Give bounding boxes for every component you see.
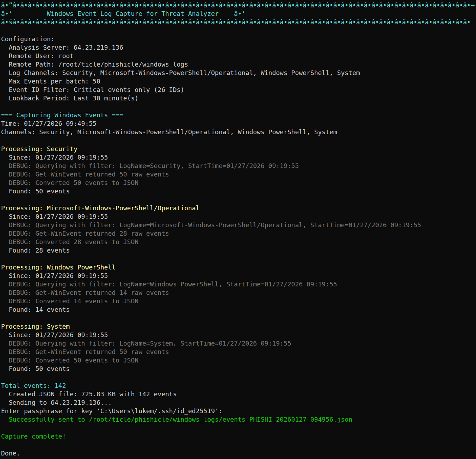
blank-line [1,314,476,322]
processing-windows-powershell-found: Found: 14 events [1,305,476,314]
banner-title: â•‘ Windows Event Log Capture for Threat… [1,10,476,18]
processing-security-found: Found: 50 events [1,187,476,196]
blank-line [1,103,476,111]
processing-system-since: Since: 01/27/2026 09:19:55 [1,331,476,339]
processing-security-since: Since: 01/27/2026 09:19:55 [1,153,476,162]
config-max-events: Max Events per batch: 50 [1,77,476,86]
processing-powershell-operational-debug-converted: DEBUG: Converted 28 events to JSON [1,238,476,246]
terminal-screen[interactable]: â•”â•â•â•â•â•â•â•â•â•â•â•â•â•â•â•â•â•â•â… [0,0,476,459]
processing-windows-powershell-debug-query: DEBUG: Querying with filter: LogName=Win… [1,280,476,289]
blank-line [1,373,476,382]
done-line: Done. [1,449,476,458]
processing-windows-powershell-since: Since: 01/27/2026 09:19:55 [1,272,476,280]
capture-section-header: === Capturing Windows Events === [1,111,476,119]
processing-windows-powershell-debug-converted: DEBUG: Converted 14 events to JSON [1,297,476,305]
created-json-file: Created JSON file: 725.83 KB with 142 ev… [1,390,476,398]
blank-line [1,441,476,449]
processing-security-debug-converted: DEBUG: Converted 50 events to JSON [1,179,476,187]
banner-border-top: â•”â•â•â•â•â•â•â•â•â•â•â•â•â•â•â•â•â•â•â… [1,1,476,10]
processing-powershell-operational-found: Found: 28 events [1,246,476,255]
blank-line [1,424,476,432]
capture-channels: Channels: Security, Microsoft-Windows-Po… [1,128,476,136]
processing-powershell-operational-header: Processing: Microsoft-Windows-PowerShell… [1,204,476,212]
processing-powershell-operational-debug-query: DEBUG: Querying with filter: LogName=Mic… [1,221,476,229]
processing-powershell-operational-debug-returned: DEBUG: Get-WinEvent returned 28 raw even… [1,229,476,238]
blank-line [1,255,476,263]
config-event-id-filter: Event ID Filter: Critical events only (2… [1,86,476,94]
processing-system-debug-converted: DEBUG: Converted 50 events to JSON [1,356,476,365]
processing-system-debug-query: DEBUG: Querying with filter: LogName=Sys… [1,339,476,348]
passphrase-prompt: Enter passphrase for key 'C:\Users\lukem… [1,407,476,415]
successfully-sent: Successfully sent to /root/ticle/phishic… [1,415,476,424]
capture-complete: Capture complete! [1,432,476,441]
total-events: Total events: 142 [1,382,476,390]
banner-border-bottom: â•šâ•â•â•â•â•â•â•â•â•â•â•â•â•â•â•â•â•â•â… [1,18,476,26]
processing-system-found: Found: 50 events [1,365,476,373]
config-remote-user: Remote User: root [1,52,476,60]
config-lookback-period: Lookback Period: Last 30 minute(s) [1,94,476,103]
processing-windows-powershell-debug-returned: DEBUG: Get-WinEvent returned 14 raw even… [1,289,476,297]
blank-line [1,196,476,204]
config-header: Configuration: [1,35,476,43]
config-analysis-server: Analysis Server: 64.23.219.136 [1,43,476,52]
processing-security-debug-query: DEBUG: Querying with filter: LogName=Sec… [1,162,476,170]
processing-system-header: Processing: System [1,322,476,331]
blank-line [1,136,476,145]
sending-to: Sending to 64.23.219.136... [1,398,476,407]
processing-system-debug-returned: DEBUG: Get-WinEvent returned 50 raw even… [1,348,476,356]
processing-windows-powershell-header: Processing: Windows PowerShell [1,263,476,272]
processing-security-debug-returned: DEBUG: Get-WinEvent returned 50 raw even… [1,170,476,179]
capture-time: Time: 01/27/2026 09:49:55 [1,119,476,128]
processing-security-header: Processing: Security [1,145,476,153]
processing-powershell-operational-since: Since: 01/27/2026 09:19:55 [1,212,476,221]
config-log-channels: Log Channels: Security, Microsoft-Window… [1,69,476,77]
config-remote-path: Remote Path: /root/ticle/phishicle/windo… [1,60,476,69]
blank-line [1,26,476,35]
